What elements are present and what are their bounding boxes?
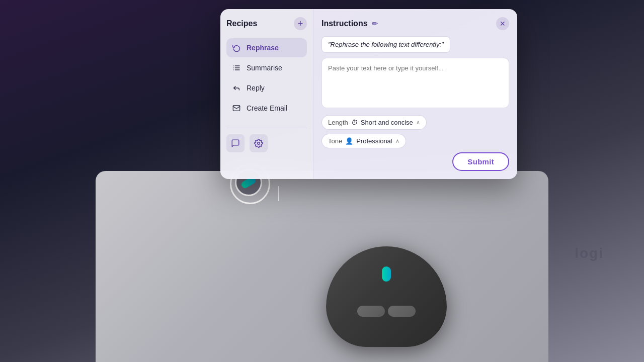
recipes-title: Recipes bbox=[226, 19, 257, 28]
mouse-body bbox=[326, 246, 447, 347]
submit-row: Submit bbox=[321, 152, 509, 171]
instruction-tag: "Rephrase the following text differently… bbox=[321, 36, 450, 53]
reply-icon bbox=[231, 83, 242, 93]
submit-button[interactable]: Submit bbox=[452, 152, 509, 171]
mouse bbox=[306, 236, 467, 347]
length-label: Length bbox=[328, 119, 348, 126]
instructions-header: Instructions ✏ ✕ bbox=[321, 17, 509, 30]
dialog-container: Recipes + Rephrase Summarise Reply Creat… bbox=[220, 9, 517, 179]
close-button[interactable]: ✕ bbox=[496, 17, 509, 30]
tone-label: Tone bbox=[328, 137, 342, 145]
chat-icon-button[interactable] bbox=[226, 134, 245, 152]
recipe-item-create-email[interactable]: Create Email bbox=[226, 99, 307, 118]
tone-icon: 👤 bbox=[345, 137, 353, 145]
options-row-tone: Tone 👤 Professional ∧ bbox=[321, 134, 509, 148]
summarise-label: Summarise bbox=[247, 64, 282, 72]
settings-icon-button[interactable] bbox=[250, 134, 268, 152]
summarise-icon bbox=[231, 63, 242, 73]
add-recipe-button[interactable]: + bbox=[294, 17, 307, 30]
recipe-item-summarise[interactable]: Summarise bbox=[226, 58, 307, 77]
recipes-panel: Recipes + Rephrase Summarise Reply Creat… bbox=[220, 9, 313, 179]
svg-rect-6 bbox=[233, 106, 239, 111]
options-row-length: Length ⏱ Short and concise ∧ bbox=[321, 115, 509, 130]
create-email-icon bbox=[231, 103, 242, 113]
recipe-item-reply[interactable]: Reply bbox=[226, 78, 307, 98]
length-icon: ⏱ bbox=[351, 119, 358, 126]
recipes-header: Recipes + bbox=[226, 17, 307, 30]
mouse-button-left bbox=[357, 306, 385, 317]
recipes-footer bbox=[226, 128, 307, 152]
recipe-items-list: Rephrase Summarise Reply Create Email bbox=[226, 38, 307, 118]
length-value: Short and concise bbox=[361, 119, 413, 126]
edit-icon[interactable]: ✏ bbox=[372, 20, 378, 28]
instructions-title-text: Instructions bbox=[321, 19, 368, 28]
rephrase-label: Rephrase bbox=[247, 44, 279, 52]
scroll-wheel bbox=[382, 266, 391, 282]
reply-label: Reply bbox=[247, 84, 265, 92]
tone-chevron: ∧ bbox=[395, 138, 399, 144]
svg-point-7 bbox=[258, 142, 260, 145]
mouse-buttons bbox=[357, 306, 416, 317]
recipe-item-rephrase[interactable]: Rephrase bbox=[226, 38, 307, 57]
length-chevron: ∧ bbox=[416, 119, 420, 126]
tone-option[interactable]: Tone 👤 Professional ∧ bbox=[321, 134, 406, 148]
text-input[interactable] bbox=[321, 58, 509, 108]
tone-value: Professional bbox=[356, 137, 392, 145]
rephrase-icon bbox=[231, 43, 242, 53]
mouse-button-right bbox=[388, 306, 416, 317]
create-email-label: Create Email bbox=[247, 104, 287, 112]
connector-line bbox=[278, 186, 279, 201]
length-option[interactable]: Length ⏱ Short and concise ∧ bbox=[321, 115, 427, 130]
logi-logo: logi bbox=[575, 245, 604, 261]
instructions-panel: Instructions ✏ ✕ "Rephrase the following… bbox=[313, 9, 517, 179]
instructions-title-group: Instructions ✏ bbox=[321, 19, 378, 28]
